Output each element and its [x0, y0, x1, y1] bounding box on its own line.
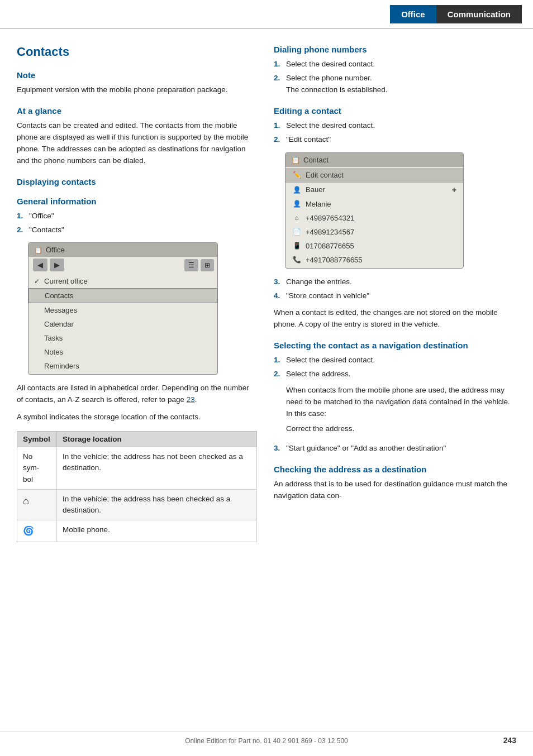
- footer-text: Online Edition for Part no. 01 40 2 901 …: [185, 737, 348, 745]
- person-icon-melanie: 👤: [292, 200, 301, 208]
- nav-dest-note-1: When contacts from the mobile phone are …: [286, 385, 516, 420]
- screen-icon-grid[interactable]: ⊞: [201, 259, 214, 271]
- office-screen-arrows-right: ☰ ⊞: [184, 259, 214, 271]
- contact-screen-titlebar: 📋 Contact: [285, 153, 463, 167]
- office-menu-item-messages[interactable]: Messages: [28, 303, 217, 317]
- table-cell-symbol-2: ⌂: [17, 489, 57, 520]
- at-a-glance-heading: At a glance: [17, 106, 257, 116]
- contact-screen-mockup: 📋 Contact ✏️ Edit contact 👤 Bauer + 👤: [285, 152, 464, 269]
- table-cell-symbol-3: 🌀: [17, 520, 57, 542]
- phone-icon-phone4: 📞: [292, 256, 301, 264]
- phone1-label: +49897654321: [306, 214, 354, 222]
- office-menu-item-notes[interactable]: Notes: [28, 345, 217, 359]
- contact-title-icon: 📋: [291, 156, 300, 164]
- person-icon-bauer: 👤: [292, 186, 301, 194]
- table-header-symbol: Symbol: [17, 432, 57, 447]
- office-screen-nav: ◀ ▶ ☰ ⊞: [28, 257, 217, 273]
- editing-step-1: 1. Select the desired contact.: [274, 120, 516, 132]
- editing-step-3: 3. Change the entries.: [274, 276, 516, 288]
- office-screen-titlebar: 📋 Office: [28, 243, 217, 257]
- dialing-heading: Dialing phone numbers: [274, 45, 516, 54]
- table-cell-location-2: In the vehicle; the address has been che…: [56, 489, 256, 520]
- office-screen-title-icon: 📋: [34, 246, 42, 254]
- editing-heading: Editing a contact: [274, 106, 516, 116]
- contact-screen-title: Contact: [303, 156, 329, 164]
- nav-dest-step-3: 3. "Start guidance" or "Add as another d…: [274, 443, 516, 454]
- bauer-label: Bauer: [306, 185, 325, 194]
- office-screen-mockup: 📋 Office ◀ ▶ ☰ ⊞ Current office Contacts…: [28, 242, 218, 375]
- editing-step-2: 2. "Edit contact": [274, 134, 516, 146]
- contact-phone1-item[interactable]: ⌂ +49897654321: [285, 211, 463, 225]
- table-header-location: Storage location: [56, 432, 256, 447]
- melanie-label: Melanie: [306, 200, 331, 208]
- phone4-label: +4917088776655: [306, 256, 363, 264]
- screen-icon-list[interactable]: ☰: [184, 259, 198, 271]
- footer: Online Edition for Part no. 01 40 2 901 …: [0, 731, 533, 745]
- contact-phone4-item[interactable]: 📞 +4917088776655: [285, 253, 463, 267]
- table-cell-location-3: Mobile phone.: [56, 520, 256, 542]
- mobile-icon-phone3: 📱: [292, 242, 301, 250]
- office-menu-item-tasks[interactable]: Tasks: [28, 331, 217, 345]
- doc-icon-phone2: 📄: [292, 228, 301, 236]
- page-link[interactable]: 23: [187, 395, 195, 404]
- arrow-right-btn[interactable]: ▶: [50, 259, 64, 271]
- main-content: Contacts Note Equipment version with the…: [0, 29, 533, 550]
- nav-dest-step-2: 2. Select the address. When contacts fro…: [274, 369, 516, 441]
- page-title: Contacts: [17, 45, 257, 59]
- general-info-heading: General information: [17, 197, 257, 206]
- edit-contact-label: Edit contact: [306, 171, 344, 179]
- table-cell-symbol-1: No sym-bol: [17, 447, 57, 490]
- communication-tab: Communication: [436, 5, 522, 23]
- office-menu-item-calendar[interactable]: Calendar: [28, 317, 217, 331]
- table-row: ⌂ In the vehicle; the address has been c…: [17, 489, 257, 520]
- nav-dest-heading: Selecting the contact as a navigation de…: [274, 341, 516, 350]
- office-menu-item-current-office[interactable]: Current office: [28, 274, 217, 288]
- note-text: Equipment version with the mobile phone …: [17, 84, 257, 96]
- contact-phone3-item[interactable]: 📱 017088776655: [285, 239, 463, 253]
- contact-phone2-item[interactable]: 📄 +49891234567: [285, 225, 463, 239]
- dialing-step-1: 1. Select the desired contact.: [274, 59, 516, 70]
- office-menu-item-contacts[interactable]: Contacts: [28, 288, 217, 303]
- office-screen-title: Office: [46, 246, 65, 254]
- contact-melanie-item[interactable]: 👤 Melanie: [285, 197, 463, 211]
- office-menu-item-reminders[interactable]: Reminders: [28, 359, 217, 373]
- page-header: Office Communication: [0, 0, 533, 29]
- table-row: 🌀 Mobile phone.: [17, 520, 257, 542]
- symbol-table: Symbol Storage location No sym-bol In th…: [17, 431, 257, 542]
- table-cell-location-1: In the vehicle; the address has not been…: [56, 447, 256, 490]
- gen-info-step-1: 1. "Office": [17, 210, 257, 222]
- alpha-text: All contacts are listed in alphabetical …: [17, 382, 257, 406]
- edit-icon: ✏️: [292, 171, 301, 179]
- gen-info-step-2: 2. "Contacts": [17, 224, 257, 236]
- note-heading: Note: [17, 70, 257, 80]
- displaying-contacts-heading: Displaying contacts: [17, 177, 257, 186]
- left-column: Contacts Note Equipment version with the…: [17, 29, 257, 550]
- checking-heading: Checking the address as a destination: [274, 465, 516, 474]
- contact-menu: ✏️ Edit contact 👤 Bauer + 👤 Melanie ⌂: [285, 167, 463, 268]
- office-tab: Office: [390, 5, 436, 23]
- symbol-text: A symbol indicates the storage location …: [17, 412, 257, 423]
- editing-step-4: 4. "Store contact in vehicle": [274, 290, 516, 302]
- right-column: Dialing phone numbers 1. Select the desi…: [274, 29, 516, 550]
- table-row: No sym-bol In the vehicle; the address h…: [17, 447, 257, 490]
- plus-btn-bauer[interactable]: +: [452, 185, 456, 194]
- phone2-label: +49891234567: [306, 228, 354, 236]
- nav-dest-steps: 1. Select the desired contact. 2. Select…: [274, 355, 516, 454]
- editing-note: When a contact is edited, the changes ar…: [274, 307, 516, 331]
- contact-bauer-item[interactable]: 👤 Bauer +: [285, 183, 463, 197]
- nav-dest-note-2: Correct the address.: [286, 423, 516, 435]
- editing-steps-2: 3. Change the entries. 4. "Store contact…: [274, 276, 516, 302]
- phone3-label: 017088776655: [306, 242, 354, 250]
- general-info-steps: 1. "Office" 2. "Contacts": [17, 210, 257, 236]
- office-screen-menu: Current office Contacts Messages Calenda…: [28, 273, 217, 374]
- edit-contact-item[interactable]: ✏️ Edit contact: [285, 168, 463, 183]
- arrow-left-btn[interactable]: ◀: [33, 259, 47, 271]
- editing-steps: 1. Select the desired contact. 2. "Edit …: [274, 120, 516, 146]
- checking-text: An address that is to be used for destin…: [274, 479, 516, 502]
- office-screen-arrows-left: ◀ ▶: [32, 259, 65, 271]
- home-icon-phone1: ⌂: [292, 214, 301, 222]
- dialing-step-2: 2. Select the phone number. The connecti…: [274, 73, 516, 96]
- at-a-glance-text: Contacts can be created and edited. The …: [17, 120, 257, 167]
- dialing-steps: 1. Select the desired contact. 2. Select…: [274, 59, 516, 96]
- page-number: 243: [503, 736, 516, 745]
